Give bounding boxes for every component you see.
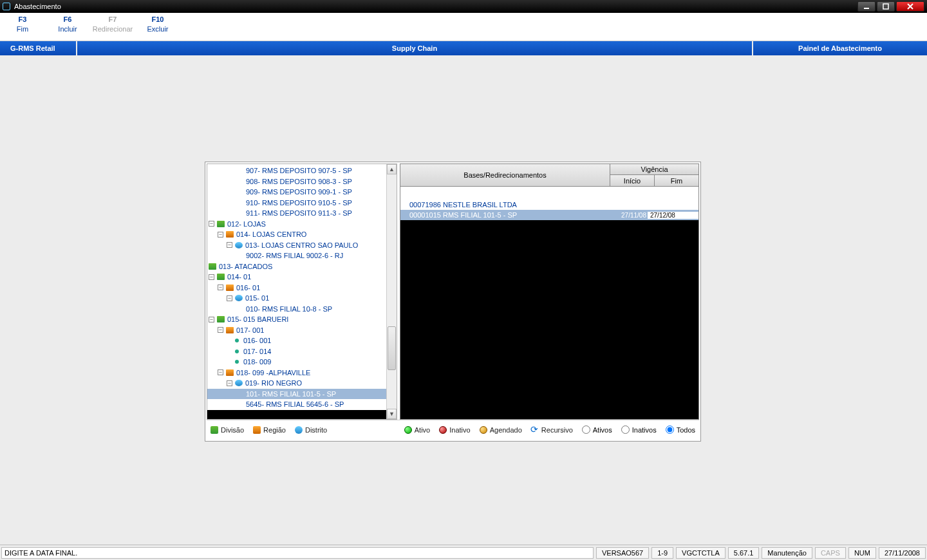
tree-item[interactable]: 017- 014 xyxy=(207,346,386,357)
tree-item-label: 910- RMS DEPOSITO 910-5 - SP xyxy=(246,199,352,207)
expand-icon[interactable]: − xyxy=(209,221,214,227)
region-icon xyxy=(253,426,261,434)
tree-item[interactable]: 910- RMS DEPOSITO 910-5 - SP xyxy=(207,198,386,209)
fkey-f10[interactable]: F10Excluir xyxy=(135,13,180,41)
tree-item[interactable]: 018- 009 xyxy=(207,357,386,368)
tree-item-label: 010- RMS FILIAL 10-8 - SP xyxy=(246,305,332,313)
radio-ativos[interactable]: Ativos xyxy=(582,425,612,434)
tree-item[interactable]: 911- RMS DEPOSITO 911-3 - SP xyxy=(207,208,386,219)
tree-item[interactable]: 010- RMS FILIAL 10-8 - SP xyxy=(207,304,386,315)
fkey-f7: F7Redirecionar xyxy=(90,13,135,41)
grid-row[interactable]: 00071986 NESTLE BRASIL LTDA xyxy=(400,200,698,210)
tree-item[interactable]: 016- 001 xyxy=(207,335,386,346)
row-name: 00071986 NESTLE BRASIL LTDA xyxy=(409,201,661,209)
tree-item[interactable]: −019- RIO NEGRO xyxy=(207,378,386,389)
tree-item-label: 013- LOJAS CENTRO SAO PAULO xyxy=(245,241,358,249)
status-num: NUM xyxy=(848,547,876,559)
radio-inativos[interactable]: Inativos xyxy=(621,425,657,434)
tree-item[interactable]: −016- 01 xyxy=(207,283,386,294)
maximize-button[interactable] xyxy=(877,1,895,12)
dis-icon xyxy=(235,295,243,301)
panel-footer: Divisão Região Distrito Ativo Inativo Ag… xyxy=(207,420,699,439)
row-fim-input[interactable]: 27/12/08 xyxy=(648,212,698,219)
expand-icon[interactable]: − xyxy=(209,274,214,280)
tree-item-label: 909- RMS DEPOSITO 909-1 - SP xyxy=(246,188,352,196)
expand-icon[interactable]: − xyxy=(227,242,232,248)
tree-panel: 907- RMS DEPOSITO 907-5 - SP908- RMS DEP… xyxy=(207,163,397,420)
legend-recursivo: Recursivo xyxy=(531,426,573,434)
tree-item[interactable]: −013- LOJAS CENTRO SAO PAULO xyxy=(207,240,386,251)
tree-item[interactable]: 9002- RMS FILIAL 9002-6 - RJ xyxy=(207,250,386,261)
tree-item-label: 101- RMS FILIAL 101-5 - SP xyxy=(246,390,336,398)
main-panel: 907- RMS DEPOSITO 907-5 - SP908- RMS DEP… xyxy=(205,162,701,442)
scroll-thumb[interactable] xyxy=(388,326,396,370)
dot-icon xyxy=(233,348,241,355)
tree-item[interactable]: 101- RMS FILIAL 101-5 - SP xyxy=(207,389,386,400)
legend-inativo: Inativo xyxy=(439,426,470,434)
expand-icon[interactable]: − xyxy=(218,285,223,290)
tree-item[interactable]: −014- LOJAS CENTRO xyxy=(207,229,386,240)
reg-icon xyxy=(226,231,234,238)
close-button[interactable] xyxy=(896,1,924,12)
tree-item[interactable]: −014- 01 xyxy=(207,272,386,283)
expand-icon[interactable]: − xyxy=(218,232,223,238)
tree-item-label: 9002- RMS FILIAL 9002-6 - RJ xyxy=(246,252,343,259)
tree-item[interactable]: −018- 099 -ALPHAVILLE xyxy=(207,368,386,378)
expand-icon[interactable]: − xyxy=(218,327,223,333)
row-inicio: 27/11/08 xyxy=(610,212,648,219)
grid-header: Bases/Redirecionamentos Vigência Início … xyxy=(400,163,699,187)
header-left: G-RMS Retail xyxy=(0,41,77,55)
tree-item[interactable]: 013- ATACADOS xyxy=(207,261,386,272)
tree-item[interactable]: −015- 015 BARUERI xyxy=(207,314,386,325)
tree-item-label: 911- RMS DEPOSITO 911-3 - SP xyxy=(246,209,352,217)
dot-icon xyxy=(233,359,241,365)
tree-item-label: 018- 009 xyxy=(243,358,271,366)
reg-icon xyxy=(226,369,234,376)
expand-icon[interactable]: − xyxy=(218,369,223,375)
tree-item[interactable]: 5645- RMS FILIAL 5645-6 - SP xyxy=(207,399,386,410)
header-right: Painel de Abastecimento xyxy=(753,41,927,55)
expand-icon[interactable]: − xyxy=(227,295,232,301)
inactive-icon xyxy=(439,426,447,434)
legend-divisao: Divisão xyxy=(211,426,244,434)
div-icon xyxy=(217,274,225,280)
tree-item-label: 015- 01 xyxy=(245,294,269,302)
reg-icon xyxy=(226,285,234,291)
expand-icon[interactable]: − xyxy=(209,317,214,322)
recursive-icon xyxy=(531,426,539,434)
tree-item-label: 012- LOJAS xyxy=(227,220,266,228)
tree-item[interactable]: −012- LOJAS xyxy=(207,219,386,230)
minimize-button[interactable] xyxy=(857,1,876,12)
app-icon xyxy=(3,3,10,10)
fkey-f6[interactable]: F6Incluir xyxy=(45,13,90,41)
tree-item-label: 013- ATACADOS xyxy=(219,263,272,270)
div-icon xyxy=(217,221,225,227)
fkey-f3[interactable]: F3Fim xyxy=(0,13,45,41)
tree-item-label: 908- RMS DEPOSITO 908-3 - SP xyxy=(246,178,352,185)
radio-todos[interactable]: Todos xyxy=(666,425,695,434)
tree-item[interactable]: 909- RMS DEPOSITO 909-1 - SP xyxy=(207,187,386,198)
scroll-up-icon[interactable]: ▲ xyxy=(387,164,397,174)
window-title: Abastecimento xyxy=(14,3,61,10)
district-icon xyxy=(295,426,303,434)
tree-item-label: 016- 001 xyxy=(243,337,271,344)
tree-item[interactable]: 907- RMS DEPOSITO 907-5 - SP xyxy=(207,165,386,176)
div-icon xyxy=(209,263,216,270)
col-vigencia: Vigência xyxy=(610,164,698,175)
scroll-down-icon[interactable]: ▼ xyxy=(387,409,397,419)
tree-item-label: 014- LOJAS CENTRO xyxy=(236,230,306,238)
tree-item-label: 017- 014 xyxy=(243,348,271,355)
grid-row[interactable]: 00001015 RMS FILIAL 101-5 - SP27/11/0827… xyxy=(400,210,698,220)
status-cell: 5.67.1 xyxy=(728,547,760,559)
tree-item[interactable]: −015- 01 xyxy=(207,293,386,304)
tree-scrollbar[interactable]: ▲ ▼ xyxy=(386,164,397,419)
expand-icon[interactable]: − xyxy=(227,380,232,386)
tree-item[interactable]: −017- 001 xyxy=(207,325,386,336)
active-icon xyxy=(404,426,412,434)
scheduled-icon xyxy=(480,426,487,434)
col-inicio: Início xyxy=(610,175,655,186)
division-icon xyxy=(211,426,218,434)
tree-item[interactable]: 908- RMS DEPOSITO 908-3 - SP xyxy=(207,176,386,187)
status-bar: DIGITE A DATA FINAL. VERSAO5671-9VGCTCTL… xyxy=(0,545,927,560)
col-fim: Fim xyxy=(655,175,698,186)
